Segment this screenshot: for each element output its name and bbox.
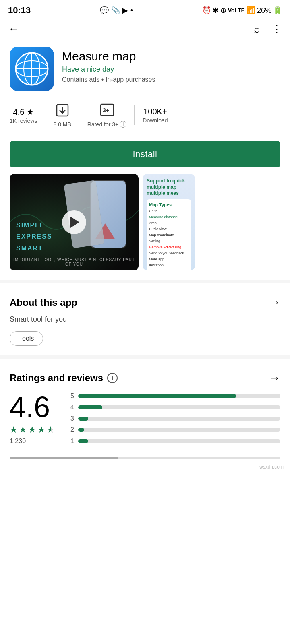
status-right: ⏰ ✱ ⊛ VoLTE 📶 26% 🔋 bbox=[202, 6, 282, 15]
status-icons: 💬 📎 ▶ • bbox=[100, 6, 133, 15]
battery-text: 26% bbox=[257, 6, 271, 15]
video-thumbnail[interactable]: SIMPLE EXPRESS SMART IMPORTANT TOOL, WHI… bbox=[10, 174, 139, 270]
bar-track-2 bbox=[78, 428, 280, 432]
menu-item: Send to you feedback bbox=[149, 250, 188, 256]
section-divider-1 bbox=[0, 280, 290, 283]
menu-item: Circle view bbox=[149, 226, 188, 232]
screenshot-2: Support to quickmultiple mapmultiple mea… bbox=[143, 174, 195, 270]
watermark: wsxdn.com bbox=[0, 462, 290, 471]
volte-icon: VoLTE bbox=[228, 7, 245, 14]
svg-text:3+: 3+ bbox=[103, 107, 109, 114]
about-arrow-button[interactable]: → bbox=[269, 296, 280, 309]
menu-item: About bbox=[149, 268, 188, 270]
status-time: 10:13 bbox=[8, 5, 31, 16]
about-header: About this app → bbox=[10, 296, 280, 309]
nav-right-icons: ⌕ ⋮ bbox=[254, 23, 282, 35]
status-bar: 10:13 💬 📎 ▶ • ⏰ ✱ ⊛ VoLTE 📶 26% 🔋 bbox=[0, 0, 290, 19]
star-2: ★ bbox=[19, 425, 27, 435]
bar-fill-4 bbox=[78, 405, 102, 409]
star-4: ★ bbox=[37, 425, 46, 435]
scroll-indicator bbox=[10, 457, 280, 459]
whatsapp-icon: 💬 bbox=[100, 6, 109, 15]
stat-age: 3+ Rated for 3+ i bbox=[79, 103, 135, 128]
size-label: 8.0 MB bbox=[53, 121, 71, 128]
menu-item: Measure distance bbox=[149, 214, 188, 220]
section-divider-2 bbox=[0, 355, 290, 359]
more-button[interactable]: ⋮ bbox=[271, 23, 282, 35]
screenshot2-menu: Map Types Units Measure distance Area Ci… bbox=[147, 199, 191, 270]
score-number: 4.6 bbox=[10, 392, 50, 421]
install-button[interactable]: Install bbox=[10, 141, 280, 167]
app-name: Measure map bbox=[62, 49, 280, 64]
bar-row-2: 2 bbox=[68, 426, 280, 433]
menu-item: Area bbox=[149, 220, 188, 226]
menu-item: Invitation bbox=[149, 262, 188, 268]
about-description: Smart tool for you bbox=[10, 314, 280, 325]
bluetooth-icon: ✱ bbox=[213, 6, 219, 15]
back-button[interactable]: ← bbox=[8, 23, 19, 35]
bar-label-2: 2 bbox=[68, 426, 74, 433]
about-title: About this app bbox=[10, 297, 77, 308]
star-1: ★ bbox=[10, 425, 18, 435]
scroll-thumb bbox=[10, 457, 118, 459]
menu-item: Map coordinate bbox=[149, 232, 188, 238]
category-chip[interactable]: Tools bbox=[10, 331, 43, 346]
ratings-arrow-button[interactable]: → bbox=[269, 372, 280, 384]
install-section: Install bbox=[0, 134, 290, 174]
menu-item: Remove Advertising bbox=[149, 244, 188, 250]
app-icon bbox=[10, 47, 54, 91]
bar-fill-5 bbox=[78, 394, 236, 398]
bar-track-3 bbox=[78, 417, 280, 421]
bar-track-4 bbox=[78, 405, 280, 409]
alarm-icon: ⏰ bbox=[202, 6, 211, 15]
bar-fill-3 bbox=[78, 417, 88, 421]
ratings-header: Ratings and reviews ℹ → bbox=[10, 372, 280, 384]
download-box-icon bbox=[56, 103, 69, 120]
app-developer[interactable]: Have a nice day bbox=[62, 65, 280, 74]
video-text-overlay: SIMPLE EXPRESS SMART bbox=[16, 220, 52, 254]
bar-fill-1 bbox=[78, 439, 88, 443]
menu-item: More app bbox=[149, 256, 188, 262]
video-play-button[interactable] bbox=[62, 210, 86, 234]
wifi-icon: ⊛ bbox=[220, 6, 226, 15]
menu-item: Units bbox=[149, 208, 188, 214]
bar-row-4: 4 bbox=[68, 404, 280, 411]
bar-label-4: 4 bbox=[68, 404, 74, 411]
stats-row: 4.6 ★ 1K reviews 8.0 MB 3+ Rated for 3+ … bbox=[0, 99, 290, 134]
ratings-content: 4.6 ★ ★ ★ ★ ★ ★ 1,230 5 4 bbox=[10, 392, 280, 449]
bar-label-5: 5 bbox=[68, 392, 74, 400]
top-nav: ← ⌕ ⋮ bbox=[0, 19, 290, 40]
attachment-icon: 📎 bbox=[111, 6, 120, 15]
bar-track-5 bbox=[78, 394, 280, 398]
app-header: Measure map Have a nice day Contains ads… bbox=[0, 40, 290, 99]
age-info-icon: i bbox=[120, 121, 126, 128]
menu-item: Setting bbox=[149, 238, 188, 244]
bar-track-1 bbox=[78, 439, 280, 443]
screenshots-scroll[interactable]: SIMPLE EXPRESS SMART IMPORTANT TOOL, WHI… bbox=[0, 174, 290, 270]
signal-icon: 📶 bbox=[246, 6, 255, 15]
ratings-section: Ratings and reviews ℹ → 4.6 ★ ★ ★ ★ ★ ★ … bbox=[0, 362, 290, 457]
ratings-info-button[interactable]: ℹ bbox=[107, 373, 118, 383]
rating-value: 4.6 ★ bbox=[13, 107, 34, 117]
star-half: ★ ★ bbox=[47, 425, 55, 435]
stat-rating: 4.6 ★ 1K reviews bbox=[10, 107, 45, 124]
bars-section: 5 4 3 2 bbox=[68, 392, 280, 449]
video-bottom-text: IMPORTANT TOOL, WHICH MUST A NECESSARY P… bbox=[10, 258, 139, 266]
stat-size: 8.0 MB bbox=[45, 103, 79, 128]
youtube-icon: ▶ bbox=[122, 6, 128, 15]
screenshot2-header: Support to quickmultiple mapmultiple mea… bbox=[147, 178, 191, 197]
dot-icon: • bbox=[130, 6, 133, 15]
bar-row-1: 1 bbox=[68, 438, 280, 445]
age-label: Rated for 3+ i bbox=[87, 121, 126, 128]
downloads-value: 100K+ bbox=[143, 107, 167, 116]
big-score: 4.6 ★ ★ ★ ★ ★ ★ 1,230 bbox=[10, 392, 58, 445]
bar-fill-2 bbox=[78, 428, 84, 432]
rating-label: 1K reviews bbox=[10, 118, 37, 124]
battery-icon: 🔋 bbox=[273, 6, 282, 15]
bar-label-3: 3 bbox=[68, 415, 74, 422]
review-count: 1,230 bbox=[10, 438, 26, 445]
bar-label-1: 1 bbox=[68, 438, 74, 445]
stars-row: ★ ★ ★ ★ ★ ★ bbox=[10, 425, 55, 435]
search-button[interactable]: ⌕ bbox=[254, 23, 260, 35]
bar-row-5: 5 bbox=[68, 392, 280, 400]
